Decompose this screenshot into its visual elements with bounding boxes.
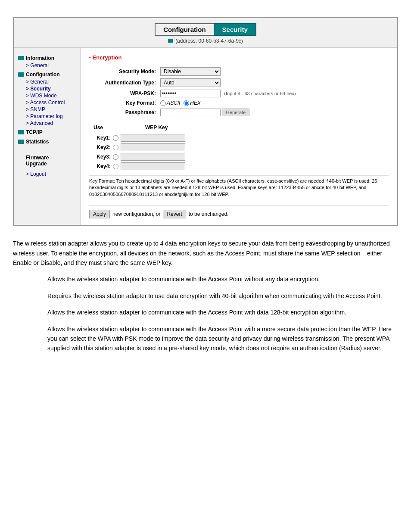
sidebar-label-tcpip: TCP/IP: [26, 129, 43, 135]
sidebar-sub-parameter-log[interactable]: > Parameter log: [18, 113, 76, 120]
key3-label: Key3:: [89, 154, 113, 160]
sidebar-sub-security[interactable]: > Security: [18, 85, 76, 92]
description-main: The wireless station adapter allows you …: [13, 239, 398, 268]
key3-input[interactable]: [121, 153, 185, 161]
address-bar: (address: 00-60-b3-47-6a-9c): [22, 38, 389, 44]
header-tabs: Configuration Security: [155, 23, 256, 36]
wpa-psk-label: WPA-PSK:: [89, 88, 158, 99]
description-para3: Allows the wireless station adapter to c…: [13, 308, 398, 317]
wpa-psk-hint: (Input 8 - 63 characters or 64 hex): [224, 91, 296, 96]
security-mode-label: Security Mode:: [89, 66, 158, 77]
tab-configuration[interactable]: Configuration: [155, 23, 213, 36]
gear-icon: [18, 72, 24, 77]
sidebar-item-configuration[interactable]: Configuration: [18, 71, 76, 78]
bullet-icon: •: [89, 55, 91, 60]
main-panel: Configuration Security (address: 00-60-b…: [13, 17, 398, 226]
key4-input[interactable]: [121, 162, 185, 170]
sidebar-item-information[interactable]: Information: [18, 54, 76, 62]
wep-use-header: Use: [93, 124, 119, 131]
key-format-note-text: Key Format: Ten hexadecimal digits (0-9 …: [89, 178, 377, 197]
wep-key3-row: Key3:: [89, 152, 389, 162]
security-mode-cell: Disable WEP WPA-PSK: [158, 66, 389, 77]
sidebar-sub-firmware[interactable]: Firmware Upgrade: [18, 154, 76, 167]
header-area: Configuration Security (address: 00-60-b…: [14, 18, 397, 48]
sidebar-section-configuration: Configuration > General > Security > WDS…: [18, 71, 76, 127]
sidebar-section-information: Information > General: [18, 54, 76, 69]
description-para4: Allows the wireless station adapter to c…: [13, 324, 398, 353]
apply-button[interactable]: Apply: [89, 210, 110, 218]
sidebar-section-statistics: Statistics: [18, 138, 76, 146]
address-text: (address: 00-60-b3-47-6a-9c): [175, 38, 243, 44]
wep-key-header: WEP Key: [145, 124, 168, 131]
wpa-psk-input[interactable]: [160, 90, 221, 97]
wpa-psk-row: WPA-PSK: (Input 8 - 63 characters or 64 …: [89, 88, 389, 99]
sidebar-label-information: Information: [26, 55, 54, 61]
key-format-ascii-radio[interactable]: [160, 100, 166, 106]
wep-section: Use WEP Key Key1: Key2: Key3:: [89, 123, 389, 171]
wpa-psk-cell: (Input 8 - 63 characters or 64 hex): [158, 88, 389, 99]
key2-radio[interactable]: [113, 145, 118, 150]
chart-icon: [18, 140, 24, 144]
security-mode-select[interactable]: Disable WEP WPA-PSK: [160, 67, 221, 76]
auth-type-cell: Auto Open System Shared Key: [158, 77, 389, 88]
key-format-label: Key Format:: [89, 99, 158, 107]
monitor-icon: [168, 39, 173, 43]
key-format-radio-group: ASCII HEX: [160, 100, 386, 106]
wep-key2-row: Key2:: [89, 143, 389, 152]
sidebar-sub-general-info[interactable]: > General: [18, 62, 76, 69]
key1-radio[interactable]: [113, 135, 118, 141]
content-area: Information > General Configuration > Ge…: [14, 48, 397, 225]
monitor-icon: [18, 56, 24, 60]
revert-button[interactable]: Revert: [163, 210, 186, 218]
key2-input[interactable]: [121, 143, 185, 151]
key2-label: Key2:: [89, 144, 113, 150]
description-para1: Allows the wireless station adapter to c…: [13, 274, 398, 284]
key-format-hex-label: HEX: [190, 100, 201, 106]
sidebar-section-tcpip: TCP/IP: [18, 128, 76, 136]
key-format-hex-option[interactable]: HEX: [184, 100, 201, 106]
wep-header: Use WEP Key: [89, 123, 389, 133]
key1-label: Key1:: [89, 135, 113, 141]
passphrase-row: Passphrase: Generate: [89, 107, 389, 118]
auth-type-label: Authentication Type:: [89, 77, 158, 88]
description-para2: Requires the wireless station adapter to…: [13, 291, 398, 301]
generate-button[interactable]: Generate: [222, 109, 249, 116]
sidebar-item-statistics[interactable]: Statistics: [18, 138, 76, 146]
sidebar-sub-advanced[interactable]: > Advanced: [18, 120, 76, 127]
description-area: The wireless station adapter allows you …: [13, 239, 398, 353]
key3-radio[interactable]: [113, 154, 118, 160]
sidebar-item-tcpip[interactable]: TCP/IP: [18, 128, 76, 136]
auth-type-select[interactable]: Auto Open System Shared Key: [160, 78, 221, 87]
tab-security[interactable]: Security: [214, 23, 256, 36]
sidebar-sub-access-control[interactable]: > Access Control: [18, 99, 76, 106]
passphrase-label: Passphrase:: [89, 107, 158, 118]
passphrase-input[interactable]: [160, 109, 221, 116]
network-icon: [18, 130, 24, 134]
auth-type-row: Authentication Type: Auto Open System Sh…: [89, 77, 389, 88]
passphrase-cell: Generate: [158, 107, 389, 118]
revert-text: to be unchanged.: [189, 211, 229, 217]
key-format-cell: ASCII HEX: [158, 99, 389, 107]
key1-input[interactable]: [121, 134, 185, 142]
apply-row: Apply new configuration, or Revert to be…: [89, 205, 389, 218]
security-mode-row: Security Mode: Disable WEP WPA-PSK: [89, 66, 389, 77]
key-format-ascii-label: ASCII: [167, 100, 180, 106]
sidebar: Information > General Configuration > Ge…: [14, 48, 81, 225]
key4-radio[interactable]: [113, 164, 118, 169]
sidebar-label-configuration: Configuration: [26, 72, 60, 78]
key-format-ascii-option[interactable]: ASCII: [160, 100, 180, 106]
key-format-row: Key Format: ASCII HEX: [89, 99, 389, 107]
sidebar-sub-snmp[interactable]: > SNMP: [18, 106, 76, 113]
sidebar-section-logout: > Logout: [18, 171, 76, 177]
key4-label: Key4:: [89, 163, 113, 169]
key-format-note: Key Format: Ten hexadecimal digits (0-9 …: [89, 175, 389, 200]
sidebar-sub-wds-mode[interactable]: > WDS Mode: [18, 92, 76, 99]
wep-key4-row: Key4:: [89, 162, 389, 171]
encryption-title: • Encryption: [89, 54, 389, 61]
key-format-hex-radio[interactable]: [184, 100, 189, 106]
main-form-area: • Encryption Security Mode: Disable WEP …: [81, 48, 397, 225]
sidebar-sub-logout[interactable]: > Logout: [18, 171, 76, 177]
sidebar-sub-general-config[interactable]: > General: [18, 78, 76, 85]
sidebar-section-firmware: Firmware Upgrade: [18, 154, 76, 167]
sidebar-label-statistics: Statistics: [26, 139, 49, 145]
